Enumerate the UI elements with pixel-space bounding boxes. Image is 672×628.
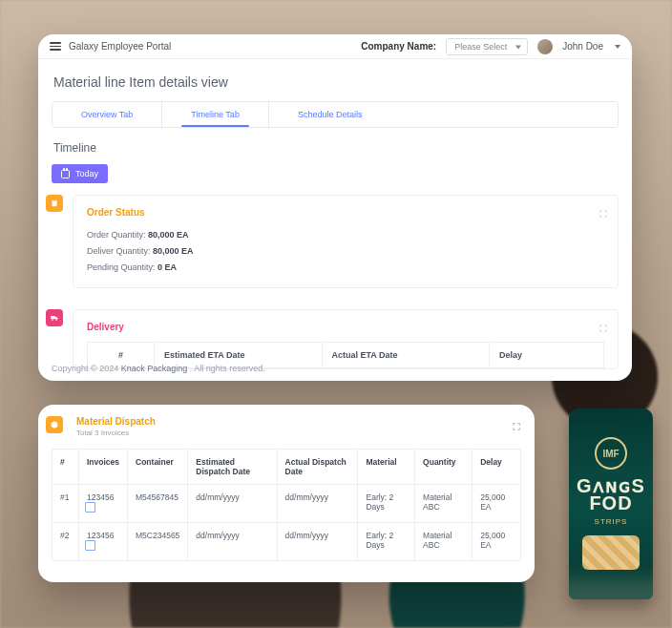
cell-invoice[interactable]: 123456 — [79, 523, 128, 561]
table-row: #1 123456 M54567845 dd/mm/yyyy dd/mm/yyy… — [52, 485, 521, 523]
box-icon — [50, 420, 59, 429]
svg-rect-1 — [53, 199, 56, 201]
order-qty-row: Order Quantity: 80,000 EA — [87, 227, 604, 243]
cell-delay: 25,000 EA — [472, 523, 521, 561]
pouch-badge: IMF — [595, 437, 627, 470]
page-title: Material line Item details view — [53, 74, 617, 90]
dispatch-card: Material Dispatch Total 3 Invoices # Inv… — [38, 405, 535, 582]
deliver-qty-label: Deliver Quantity: — [87, 246, 151, 256]
col-delay: Delay — [472, 450, 521, 485]
invoice-number: 123456 — [87, 492, 114, 502]
timeline-heading: Timeline — [53, 141, 617, 155]
footer-suffix: . All rights reserved. — [190, 364, 265, 373]
svg-point-2 — [52, 320, 53, 322]
deliver-qty-value: 80,000 EA — [153, 246, 194, 256]
svg-rect-0 — [52, 200, 57, 207]
timeline-dot-delivery — [46, 309, 63, 326]
cell-qty: Material ABC — [415, 485, 472, 523]
tab-overview[interactable]: Overview Tab — [52, 102, 162, 127]
portal-card: Galaxy Employee Portal Company Name: Ple… — [38, 34, 632, 381]
menu-icon[interactable] — [50, 42, 61, 51]
clipboard-icon — [50, 199, 59, 208]
cell-invoice[interactable]: 123456 — [79, 485, 128, 523]
col-act: Actual Dispatch Date — [277, 450, 358, 485]
company-select-value: Please Select — [454, 42, 507, 52]
svg-point-3 — [55, 320, 57, 322]
product-pouch: IMF GʌɴɢS FOD STRIPS — [569, 408, 653, 599]
cell-delay: 25,000 EA — [472, 485, 521, 523]
deliver-qty-row: Deliver Quantity: 80,000 EA — [87, 243, 604, 260]
calendar-icon — [61, 170, 70, 178]
dispatch-title: Material Dispatch — [76, 416, 521, 427]
col-container: Container — [128, 450, 188, 485]
expand-icon[interactable] — [512, 418, 521, 435]
col-material: Material — [358, 450, 415, 485]
pouch-brand-line2: FOD — [577, 494, 645, 512]
footer-prefix: Copyright © 2024 — [52, 364, 121, 373]
footer: Copyright © 2024 Knack Packaging . All r… — [52, 364, 265, 373]
pouch-window — [582, 535, 640, 570]
order-status-panel: Order Status Order Quantity: 80,000 EA D… — [73, 195, 619, 288]
col-qty: Quantity — [415, 450, 472, 485]
truck-icon — [50, 313, 59, 323]
company-select[interactable]: Please Select — [446, 38, 528, 55]
copy-icon[interactable] — [87, 504, 95, 513]
cell-container: M5C234565 — [128, 523, 188, 561]
cell-est: dd/mm/yyyy — [188, 485, 277, 523]
table-row: #2 123456 M5C234565 dd/mm/yyyy dd/mm/yyy… — [52, 523, 521, 561]
col-delay: Delay — [490, 343, 604, 368]
cell-num: #1 — [52, 485, 79, 523]
app-topbar: Galaxy Employee Portal Company Name: Ple… — [38, 34, 632, 59]
delivery-panel: Delivery # Estimated ETA Date Actual ETA… — [73, 309, 619, 369]
table-header-row: # Invoices Container Estimated Dispatch … — [52, 450, 521, 485]
expand-icon[interactable] — [598, 205, 608, 215]
cell-material: Early: 2 Days — [358, 485, 415, 523]
col-act: Actual ETA Date — [323, 343, 491, 368]
cell-material: Early: 2 Days — [358, 523, 415, 561]
today-button[interactable]: Today — [52, 164, 108, 183]
footer-company-link[interactable]: Knack Packaging — [121, 364, 188, 373]
col-est: Estimated Dispatch Date — [188, 450, 277, 485]
timeline-dot-order-status — [46, 195, 63, 212]
delivery-title: Delivery — [87, 322, 604, 332]
cell-act: dd/mm/yyyy — [277, 485, 358, 523]
pouch-brand: GʌɴɢS FOD — [577, 477, 645, 512]
col-invoices: Invoices — [79, 450, 128, 485]
chevron-down-icon[interactable] — [615, 45, 620, 49]
order-qty-label: Order Quantity: — [87, 230, 146, 240]
col-num: # — [52, 450, 79, 485]
tab-schedule[interactable]: Schedule Details — [269, 102, 391, 127]
cell-num: #2 — [52, 523, 79, 561]
invoice-number: 123456 — [87, 531, 114, 540]
dispatch-table: # Invoices Container Estimated Dispatch … — [52, 449, 521, 561]
expand-icon[interactable] — [598, 320, 608, 329]
order-status-title: Order Status — [87, 207, 604, 218]
dispatch-subtitle: Total 3 Invoices — [76, 429, 521, 437]
today-button-label: Today — [75, 169, 98, 178]
cell-act: dd/mm/yyyy — [277, 523, 358, 561]
timeline-dot-dispatch — [46, 416, 63, 433]
pouch-sub: STRIPS — [595, 517, 628, 526]
order-qty-value: 80,000 EA — [148, 230, 189, 240]
avatar[interactable] — [537, 39, 553, 54]
copy-icon[interactable] — [87, 542, 95, 551]
cell-qty: Material ABC — [415, 523, 472, 561]
tabs: Overview Tab Timeline Tab Schedule Detai… — [52, 101, 619, 128]
pending-qty-value: 0 EA — [158, 262, 177, 272]
cell-est: dd/mm/yyyy — [188, 523, 277, 561]
pending-qty-row: Pending Quantity: 0 EA — [87, 260, 604, 276]
app-title: Galaxy Employee Portal — [69, 41, 171, 52]
tab-timeline[interactable]: Timeline Tab — [162, 102, 269, 127]
pending-qty-label: Pending Quantity: — [87, 262, 156, 272]
cell-container: M54567845 — [128, 485, 188, 523]
user-name[interactable]: John Doe — [562, 41, 603, 52]
company-label: Company Name: — [361, 41, 436, 52]
